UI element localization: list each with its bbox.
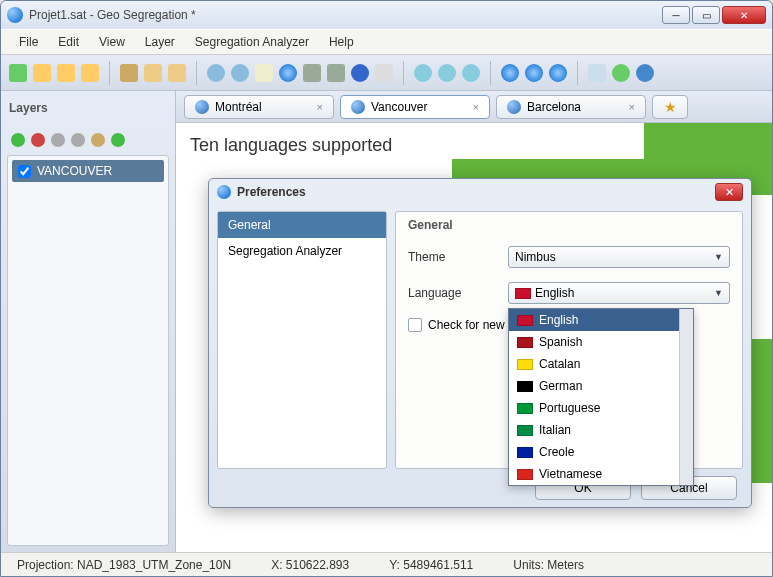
move-down-icon[interactable]: [71, 133, 85, 147]
move-up-icon[interactable]: [51, 133, 65, 147]
new-icon[interactable]: [9, 64, 27, 82]
tab-barcelona[interactable]: Barcelona ×: [496, 95, 646, 119]
help-icon[interactable]: [636, 64, 654, 82]
canvas-heading: Ten languages supported: [190, 135, 392, 156]
tab-montreal[interactable]: Montréal ×: [184, 95, 334, 119]
lang-option-english[interactable]: English: [509, 309, 693, 331]
check-updates-checkbox[interactable]: [408, 318, 422, 332]
flag-icon: [517, 469, 533, 480]
close-tab-icon[interactable]: ×: [629, 101, 635, 113]
numM-icon[interactable]: [462, 64, 480, 82]
lang-option-portuguese[interactable]: Portuguese: [509, 397, 693, 419]
menu-segregation-analyzer[interactable]: Segregation Analyzer: [187, 31, 317, 53]
tool1-icon[interactable]: [588, 64, 606, 82]
menu-layer[interactable]: Layer: [137, 31, 183, 53]
open-icon[interactable]: [33, 64, 51, 82]
copy-icon[interactable]: [144, 64, 162, 82]
language-select[interactable]: English ▼: [508, 282, 730, 304]
layer-item-vancouver[interactable]: VANCOUVER: [12, 160, 164, 182]
lang-option-catalan[interactable]: Catalan: [509, 353, 693, 375]
menu-file[interactable]: File: [11, 31, 46, 53]
option-label: Italian: [539, 423, 571, 437]
layer-folder-icon[interactable]: [91, 133, 105, 147]
lang-option-german[interactable]: German: [509, 375, 693, 397]
window-title: Projet1.sat - Geo Segregation *: [29, 8, 662, 22]
theme-select[interactable]: Nimbus ▼: [508, 246, 730, 268]
tab-label: Vancouver: [371, 100, 427, 114]
close-button[interactable]: ✕: [722, 6, 766, 24]
flag-icon: [517, 403, 533, 414]
globe2-icon[interactable]: [525, 64, 543, 82]
zoom-out-icon[interactable]: [231, 64, 249, 82]
cut-icon[interactable]: [120, 64, 138, 82]
layer-label: VANCOUVER: [37, 164, 112, 178]
saveas-icon[interactable]: [81, 64, 99, 82]
chevron-down-icon: ▼: [714, 252, 723, 262]
prev-extent-icon[interactable]: [303, 64, 321, 82]
lang-option-italian[interactable]: Italian: [509, 419, 693, 441]
refresh-icon[interactable]: [111, 133, 125, 147]
lang-option-creole[interactable]: Creole: [509, 441, 693, 463]
globe-icon: [195, 100, 209, 114]
option-label: Creole: [539, 445, 574, 459]
chevron-down-icon: ▼: [714, 288, 723, 298]
layer-checkbox[interactable]: [18, 165, 31, 178]
nav-general[interactable]: General: [218, 212, 386, 238]
maximize-button[interactable]: ▭: [692, 6, 720, 24]
dialog-close-button[interactable]: ✕: [715, 183, 743, 201]
globe-icon: [351, 100, 365, 114]
tab-vancouver[interactable]: Vancouver ×: [340, 95, 490, 119]
globe1-icon[interactable]: [501, 64, 519, 82]
flag-icon: [517, 425, 533, 436]
nav-segregation-analyzer[interactable]: Segregation Analyzer: [218, 238, 386, 264]
remove-layer-icon[interactable]: [31, 133, 45, 147]
lang-option-spanish[interactable]: Spanish: [509, 331, 693, 353]
minimize-button[interactable]: ─: [662, 6, 690, 24]
paste-icon[interactable]: [168, 64, 186, 82]
dialog-icon: [217, 185, 231, 199]
titlebar: Projet1.sat - Geo Segregation * ─ ▭ ✕: [1, 1, 772, 29]
close-tab-icon[interactable]: ×: [317, 101, 323, 113]
language-label: Language: [408, 286, 508, 300]
lang-option-vietnamese[interactable]: Vietnamese: [509, 463, 693, 485]
preferences-dialog: Preferences ✕ General Segregation Analyz…: [208, 178, 752, 508]
option-label: Portuguese: [539, 401, 600, 415]
zoom-in-icon[interactable]: [207, 64, 225, 82]
language-dropdown: English Spanish Catalan German: [508, 308, 694, 486]
menu-help[interactable]: Help: [321, 31, 362, 53]
dialog-title: Preferences: [237, 185, 715, 199]
num2-icon[interactable]: [438, 64, 456, 82]
main-window: Projet1.sat - Geo Segregation * ─ ▭ ✕ Fi…: [0, 0, 773, 577]
globe3-icon[interactable]: [549, 64, 567, 82]
flag-icon: [517, 381, 533, 392]
new-tab-button[interactable]: ★: [652, 95, 688, 119]
app-icon: [7, 7, 23, 23]
layer-list: VANCOUVER: [7, 155, 169, 546]
language-value: English: [535, 286, 574, 300]
theme-value: Nimbus: [515, 250, 556, 264]
layers-title: Layers: [7, 97, 169, 123]
save-icon[interactable]: [57, 64, 75, 82]
dialog-panel: General Theme Nimbus ▼ Language English …: [395, 211, 743, 469]
toolbar: [1, 55, 772, 91]
panel-heading: General: [408, 218, 730, 232]
dialog-nav: General Segregation Analyzer: [217, 211, 387, 469]
info-icon[interactable]: [351, 64, 369, 82]
add-layer-icon[interactable]: [11, 133, 25, 147]
globe-icon: [507, 100, 521, 114]
tool2-icon[interactable]: [612, 64, 630, 82]
dropdown-scrollbar[interactable]: [679, 309, 693, 485]
theme-label: Theme: [408, 250, 508, 264]
select-icon[interactable]: [375, 64, 393, 82]
num1-icon[interactable]: [414, 64, 432, 82]
tabstrip: Montréal × Vancouver × Barcelona × ★: [176, 91, 772, 123]
next-extent-icon[interactable]: [327, 64, 345, 82]
close-tab-icon[interactable]: ×: [473, 101, 479, 113]
option-label: Spanish: [539, 335, 582, 349]
menubar: File Edit View Layer Segregation Analyze…: [1, 29, 772, 55]
menu-edit[interactable]: Edit: [50, 31, 87, 53]
menu-view[interactable]: View: [91, 31, 133, 53]
pan-icon[interactable]: [255, 64, 273, 82]
full-extent-icon[interactable]: [279, 64, 297, 82]
option-label: German: [539, 379, 582, 393]
